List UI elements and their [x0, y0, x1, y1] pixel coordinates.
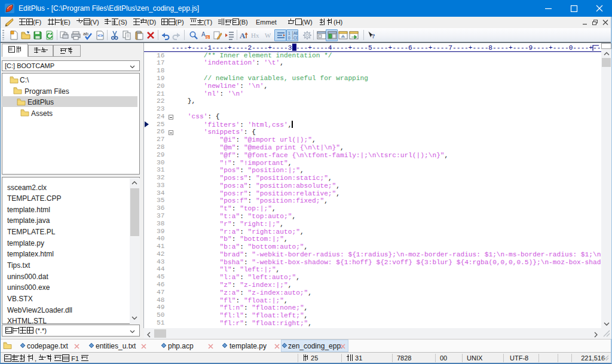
svg-text:1: 1 — [288, 31, 290, 35]
svg-text:<>: <> — [97, 33, 103, 38]
svg-text:CD: CD — [293, 36, 298, 40]
svg-text:ab: ab — [83, 31, 88, 36]
svg-text:W: W — [265, 32, 271, 39]
svg-text:A: A — [201, 31, 206, 38]
svg-text:AB: AB — [293, 31, 298, 35]
svg-text:b: b — [207, 35, 209, 39]
svg-text:?: ? — [372, 32, 375, 39]
svg-text:A: A — [240, 31, 246, 40]
svg-text:Hx: Hx — [251, 32, 259, 39]
svg-text:0: 0 — [288, 36, 290, 40]
